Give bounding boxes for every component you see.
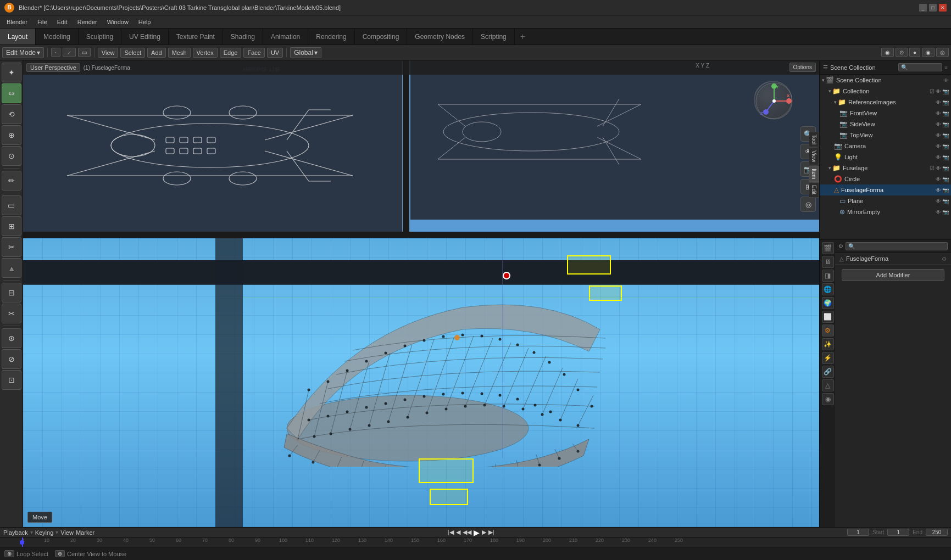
toolbar-knife[interactable]: ✂ xyxy=(2,304,21,323)
toolbar-separate[interactable]: ⊘ xyxy=(2,349,21,369)
edit-mode-indicator[interactable]: User Perspective xyxy=(26,63,80,72)
toolbar-extrude[interactable]: ⊞ xyxy=(2,216,21,236)
toolbar-shrink-fatten[interactable]: ⊡ xyxy=(2,370,21,390)
options-btn[interactable]: Options xyxy=(789,63,816,72)
view-menu[interactable]: View xyxy=(98,48,119,58)
vertex-menu[interactable]: Vertex xyxy=(193,48,218,58)
tree-camera[interactable]: 📷 Camera 👁 📷 xyxy=(820,141,951,152)
edge-menu[interactable]: Edge xyxy=(220,48,242,58)
transform-dropdown[interactable]: Global ▾ xyxy=(290,47,321,58)
eye-icon-col[interactable]: 👁 xyxy=(936,88,941,94)
playback-menu[interactable]: Playback xyxy=(3,529,28,536)
eye-icon-sv[interactable]: 👁 xyxy=(936,121,941,127)
add-menu[interactable]: Add xyxy=(147,48,166,58)
render-icon-ff[interactable]: 📷 xyxy=(942,187,949,193)
menu-edit[interactable]: Edit xyxy=(53,18,72,26)
view-menu-tl[interactable]: View xyxy=(60,529,74,536)
tree-mirror-empty[interactable]: ⊕ MirrorEmpty 👁 📷 xyxy=(820,206,951,217)
render-icon-circle[interactable]: 📷 xyxy=(942,176,949,182)
tab-layout[interactable]: Layout xyxy=(0,29,36,44)
render-icon-tv[interactable]: 📷 xyxy=(942,132,949,138)
tab-scripting[interactable]: Scripting xyxy=(473,29,515,44)
tree-fuselage-col[interactable]: ▾ 📁 Fuselage ☑ 👁 📷 xyxy=(820,163,951,173)
jump-to-start-btn[interactable]: |◀ xyxy=(448,529,454,536)
eye-icon-me[interactable]: 👁 xyxy=(936,209,941,215)
toolbar-scale[interactable]: ⊕ xyxy=(2,125,21,145)
menu-render[interactable]: Render xyxy=(73,18,102,26)
tab-texture-paint[interactable]: Texture Paint xyxy=(169,29,223,44)
face-menu[interactable]: Face xyxy=(243,48,264,58)
tree-collection[interactable]: ▾ 📁 Collection ☑ 👁 📷 xyxy=(820,86,951,97)
render-icon-ref[interactable]: 📷 xyxy=(942,99,949,105)
minimize-button[interactable]: _ xyxy=(919,4,927,12)
object-props-btn[interactable]: ⬜ xyxy=(822,311,834,323)
eye-icon-plane[interactable]: 👁 xyxy=(936,198,941,204)
overlay-toggle[interactable]: ◉ xyxy=(881,48,894,57)
render-icon-sv[interactable]: 📷 xyxy=(942,121,949,127)
add-modifier-btn[interactable]: Add Modifier xyxy=(842,269,944,281)
physics-btn[interactable]: ⚡ xyxy=(822,352,834,364)
tab-compositing[interactable]: Compositing xyxy=(355,29,408,44)
outliner-filter[interactable]: ≡ xyxy=(944,64,948,70)
tree-fuselage-forma[interactable]: △ FuselageForma 👁 📷 xyxy=(820,184,951,195)
constraints-btn[interactable]: 🔗 xyxy=(822,366,834,378)
prev-frame-btn[interactable]: ◀ xyxy=(456,529,460,536)
tab-geometry-nodes[interactable]: Geometry Nodes xyxy=(407,29,473,44)
tree-scene-collection[interactable]: ▾ 🎬 Scene Collection 👁 xyxy=(820,75,951,86)
tab-shading[interactable]: Shading xyxy=(223,29,263,44)
close-button[interactable]: ✕ xyxy=(939,4,947,12)
toolbar-cursor[interactable]: ✦ xyxy=(2,63,21,82)
toolbar-add-cube[interactable]: ▭ xyxy=(2,195,21,215)
visibility-toggle-scene[interactable]: 👁 xyxy=(943,77,949,83)
maximize-button[interactable]: □ xyxy=(929,4,937,12)
render-icon-fus[interactable]: 📷 xyxy=(942,165,949,171)
eye-icon-tv[interactable]: 👁 xyxy=(936,132,941,138)
toolbar-rotate[interactable]: ⟲ xyxy=(2,104,21,124)
marker-menu[interactable]: Marker xyxy=(76,529,94,536)
render-icon-cam[interactable]: 📷 xyxy=(942,143,949,149)
select-edges-btn[interactable]: ⟋ xyxy=(63,48,76,57)
render-props-btn[interactable]: 🎬 xyxy=(822,242,834,254)
edit-tab[interactable]: Edit xyxy=(809,182,819,197)
output-props-btn[interactable]: 🖥 xyxy=(822,256,834,268)
select-menu[interactable]: Select xyxy=(120,48,145,58)
toolbar-move[interactable]: ⇔ xyxy=(2,83,21,103)
start-frame[interactable]: 1 xyxy=(887,529,909,536)
viewport-3d[interactable]: TO A LONG AEROSPACE LINE xyxy=(23,60,819,527)
current-frame-display[interactable]: 1 xyxy=(847,529,869,536)
scene-props-btn[interactable]: 🌐 xyxy=(822,283,834,295)
mesh-menu[interactable]: Mesh xyxy=(168,48,191,58)
eye-icon-cam[interactable]: 👁 xyxy=(936,143,941,149)
tree-frontview[interactable]: 📷 FrontView 👁 📷 xyxy=(820,108,951,119)
view-tab[interactable]: View xyxy=(809,148,819,165)
render-icon-light[interactable]: 📷 xyxy=(942,154,949,160)
props-obj-options[interactable]: ⚙ xyxy=(942,256,947,262)
uv-menu[interactable]: UV xyxy=(267,48,283,58)
tab-rendering[interactable]: Rendering xyxy=(308,29,354,44)
next-frame-btn[interactable]: ▶ xyxy=(482,529,486,536)
reverse-play-btn[interactable]: ◀◀ xyxy=(463,529,471,536)
play-btn[interactable]: ▶ xyxy=(474,528,480,537)
local-view-btn[interactable]: ◎ xyxy=(800,197,816,212)
toolbar-inset[interactable]: ✂ xyxy=(2,237,21,257)
menu-help[interactable]: Help xyxy=(134,18,155,26)
render-icon-fv[interactable]: 📷 xyxy=(942,110,949,116)
tree-circle[interactable]: ⭕ Circle 👁 📷 xyxy=(820,173,951,184)
tree-plane[interactable]: ▭ Plane 👁 📷 xyxy=(820,195,951,206)
item-tab[interactable]: Item xyxy=(809,166,819,182)
menu-blender[interactable]: Blender xyxy=(2,18,32,26)
viewport-shading-solid[interactable]: ● xyxy=(909,48,920,57)
eye-icon-ff[interactable]: 👁 xyxy=(936,187,941,193)
eye-icon-ref[interactable]: 👁 xyxy=(936,99,941,105)
tab-uv-editing[interactable]: UV Editing xyxy=(121,29,169,44)
toolbar-bevel[interactable]: ⟁ xyxy=(2,258,21,278)
toolbar-loop-cut[interactable]: ⊟ xyxy=(2,283,21,303)
timeline-ruler[interactable]: 1 10 20 30 40 50 60 70 80 90 100 110 120… xyxy=(0,537,951,547)
menu-window[interactable]: Window xyxy=(103,18,133,26)
add-workspace-button[interactable]: + xyxy=(515,29,531,44)
viewport-shading-render[interactable]: ◎ xyxy=(936,48,949,57)
tree-light[interactable]: 💡 Light 👁 📷 xyxy=(820,152,951,163)
eye-icon-light[interactable]: 👁 xyxy=(936,154,941,160)
view-layer-btn[interactable]: ◨ xyxy=(822,270,834,282)
data-props-btn[interactable]: △ xyxy=(822,379,834,391)
